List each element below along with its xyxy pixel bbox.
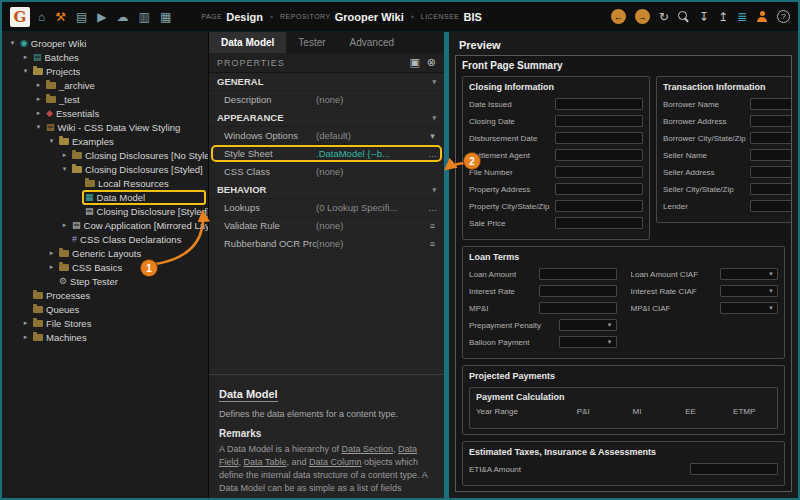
collapse-arrow-icon[interactable]: ▾ — [8, 39, 17, 47]
property-row-validate-rule[interactable]: Validate Rule(none)≡ — [209, 217, 444, 235]
tree-item-projects[interactable]: ▾Projects — [2, 64, 208, 78]
property-row-lookups[interactable]: Lookups(0 Lookup Specifi...… — [209, 199, 444, 217]
tree-item-closing-disclosures-no-style[interactable]: ▸Closing Disclosures [No Style] — [2, 148, 208, 162]
tree-item-examples[interactable]: ▾Examples — [2, 134, 208, 148]
tree-item-cow-application-mirrored-layout[interactable]: ▸▤Cow Application [Mirrored Layout] — [2, 218, 208, 232]
collapse-arrow-icon[interactable]: ▾ — [21, 67, 30, 75]
input-seller-address[interactable] — [750, 166, 792, 178]
design-tools-icon[interactable]: ⚒ — [55, 11, 66, 23]
property-value[interactable]: (0 Lookup Specifi... — [316, 202, 426, 213]
property-row-rubberband-ocr-profile[interactable]: Rubberband OCR Profile(none)≡ — [209, 235, 444, 253]
input-seller-city-state-zip[interactable] — [750, 183, 792, 195]
input-eti-a-amount[interactable] — [690, 463, 778, 475]
input-lender[interactable] — [750, 200, 792, 212]
input-borrower-address[interactable] — [750, 115, 792, 127]
ellipsis-button[interactable]: … — [426, 149, 439, 159]
expand-arrow-icon[interactable]: ▸ — [21, 53, 30, 61]
expand-arrow-icon[interactable]: ▸ — [60, 151, 69, 159]
select-loan-amount-ciaf[interactable]: ▼ — [720, 268, 778, 280]
tree-item-css-class-declarations[interactable]: #CSS Class Declarations — [2, 232, 208, 246]
property-group-behavior[interactable]: BEHAVIOR▾ — [209, 181, 444, 199]
property-row-css-class[interactable]: CSS Class(none) — [209, 163, 444, 181]
property-group-appearance[interactable]: APPEARANCE▾ — [209, 109, 444, 127]
search-icon[interactable] — [678, 11, 690, 23]
property-value[interactable]: (none) — [316, 94, 426, 105]
tab-advanced[interactable]: Advanced — [338, 32, 406, 53]
tree-item-machines[interactable]: ▸Machines — [2, 330, 208, 344]
user-icon[interactable] — [756, 11, 768, 22]
ellipsis-button[interactable]: … — [426, 203, 439, 213]
wiki-link[interactable]: Data Column — [309, 457, 362, 467]
tree-item-essentials[interactable]: ▸◆Essentials — [2, 106, 208, 120]
tree-item-wiki-css-data-view-styling[interactable]: ▾▤Wiki - CSS Data View Styling — [2, 120, 208, 134]
expand-arrow-icon[interactable]: ▸ — [34, 81, 43, 89]
home-icon[interactable]: ⌂ — [38, 11, 45, 23]
input-mp-i[interactable] — [539, 302, 617, 314]
tree-item-queues[interactable]: Queues — [2, 302, 208, 316]
input-sale-price[interactable] — [555, 217, 643, 229]
property-row-windows-options[interactable]: Windows Options(default)▾ — [209, 127, 444, 145]
property-value[interactable]: .DataModel {--b... — [316, 148, 426, 159]
tree-item-batches[interactable]: ▸▤Batches — [2, 50, 208, 64]
tree-item-closing-disclosures-styled[interactable]: ▾Closing Disclosures [Styled] — [2, 162, 208, 176]
input-borrower-city-state-zip[interactable] — [750, 132, 792, 144]
property-row-description[interactable]: Description(none) — [209, 91, 444, 109]
property-value[interactable]: (default) — [316, 130, 426, 141]
stats-icon[interactable]: ▦ — [160, 11, 171, 23]
expand-arrow-icon[interactable]: ▸ — [47, 249, 56, 257]
input-file-number[interactable] — [555, 166, 643, 178]
tab-tester[interactable]: Tester — [286, 32, 337, 53]
layers-icon[interactable]: ≣ — [737, 11, 747, 23]
print-icon[interactable]: ▥ — [139, 11, 150, 23]
tree-item-archive[interactable]: ▸_archive — [2, 78, 208, 92]
input-settlement-agent[interactable] — [555, 149, 643, 161]
refresh-icon[interactable]: ↻ — [659, 11, 669, 23]
expand-arrow-icon[interactable]: ▸ — [60, 221, 69, 229]
forward-icon[interactable]: → — [635, 9, 650, 24]
tab-data-model[interactable]: Data Model — [209, 32, 286, 53]
input-loan-amount[interactable] — [539, 268, 617, 280]
tree-item-data-model[interactable]: ▦Data Model — [2, 190, 208, 204]
property-group-general[interactable]: GENERAL▾ — [209, 73, 444, 91]
tree-item-file-stores[interactable]: ▸File Stores — [2, 316, 208, 330]
collapse-arrow-icon[interactable]: ▾ — [47, 137, 56, 145]
repository-value[interactable]: Grooper Wiki — [335, 11, 404, 23]
cloud-icon[interactable]: ☁ — [117, 11, 129, 23]
wiki-link[interactable]: Data Section — [342, 444, 394, 454]
collapse-arrow-icon[interactable]: ▾ — [60, 165, 69, 173]
tree-item-css-basics[interactable]: ▸CSS Basics — [2, 260, 208, 274]
input-property-city-state-zip[interactable] — [555, 200, 643, 212]
batches-icon[interactable]: ▤ — [76, 11, 87, 23]
input-disbursement-date[interactable] — [555, 132, 643, 144]
save-icon[interactable]: ▣ — [409, 57, 419, 68]
page-value[interactable]: Design — [226, 11, 263, 23]
select-mp-i-ciaf[interactable]: ▼ — [720, 302, 778, 314]
property-row-style-sheet[interactable]: Style Sheet.DataModel {--b...… — [209, 145, 444, 163]
property-value[interactable]: (none) — [316, 238, 426, 249]
collapse-arrow-icon[interactable]: ▾ — [34, 123, 43, 131]
tree-item-generic-layouts[interactable]: ▸Generic Layouts — [2, 246, 208, 260]
property-value[interactable]: (none) — [316, 166, 426, 177]
input-borrower-name[interactable] — [750, 98, 792, 110]
select-balloon-payment[interactable]: ▼ — [559, 336, 617, 348]
tree-item-grooper-wiki[interactable]: ▾◉Grooper Wiki — [2, 36, 208, 50]
property-value[interactable]: (none) — [316, 220, 426, 231]
wiki-link[interactable]: Data Table — [244, 457, 287, 467]
tree-item-processes[interactable]: Processes — [2, 288, 208, 302]
download-icon[interactable]: ↧ — [699, 11, 709, 23]
tree-item-closing-disclosure-styled[interactable]: ▤Closing Disclosure [Styled] — [2, 204, 208, 218]
select-prepayment-penalty[interactable]: ▼ — [559, 319, 617, 331]
upload-icon[interactable]: ↥ — [718, 11, 728, 23]
input-interest-rate[interactable] — [539, 285, 617, 297]
input-seller-name[interactable] — [750, 149, 792, 161]
menu-icon[interactable]: ≡ — [426, 239, 439, 249]
select-interest-rate-ciaf[interactable]: ▼ — [720, 285, 778, 297]
input-property-address[interactable] — [555, 183, 643, 195]
expand-arrow-icon[interactable]: ▸ — [34, 109, 43, 117]
close-icon[interactable]: ⊗ — [427, 57, 436, 68]
expand-arrow-icon[interactable]: ▸ — [34, 95, 43, 103]
help-icon[interactable]: ? — [777, 10, 790, 23]
expand-arrow-icon[interactable]: ▸ — [21, 319, 30, 327]
tree-item-test[interactable]: ▸_test — [2, 92, 208, 106]
expand-arrow-icon[interactable]: ▸ — [47, 263, 56, 271]
